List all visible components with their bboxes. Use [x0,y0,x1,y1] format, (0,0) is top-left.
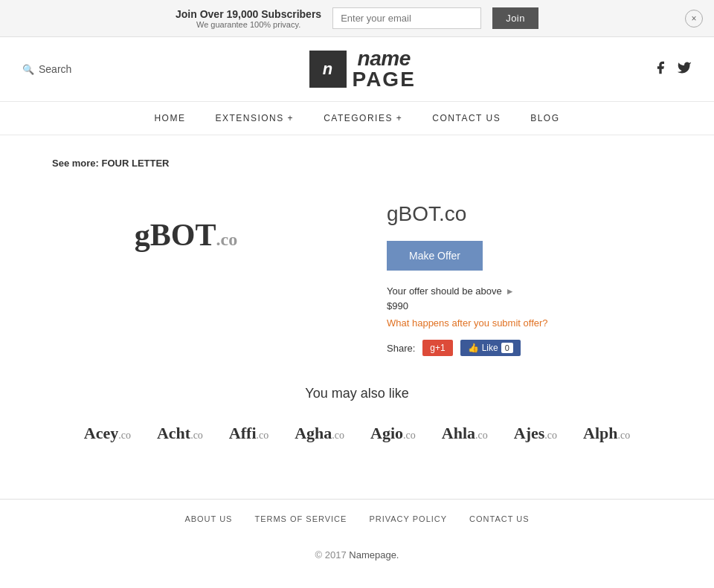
domain-tile[interactable]: Ahla.co [434,420,495,447]
breadcrumb-link[interactable]: FOUR LETTER [102,158,170,169]
offer-info: Your offer should be above ► [387,285,699,297]
domain-title: gBOT.co [387,202,699,226]
nav-extensions[interactable]: EXTENSIONS + [215,113,294,123]
logo-page: PAGE [353,69,416,90]
domain-tld-display: .co [216,230,238,249]
nav-categories[interactable]: CATEGORIES + [324,113,402,123]
nav-blog[interactable]: BLOG [530,113,559,123]
domain-info: gBOT.co Make Offer Your offer should be … [387,187,699,356]
share-area: Share: g+1 👍 Like 0 [387,340,699,356]
also-like-section: You may also like Acey.coAcht.coAffi.coA… [15,386,699,447]
close-banner-button[interactable]: × [685,10,703,28]
fb-thumb-icon: 👍 [468,343,479,353]
make-offer-button[interactable]: Make Offer [387,241,483,271]
breadcrumb: See more: FOUR LETTER [15,158,699,169]
fb-count: 0 [501,343,513,353]
logo-icon: n [309,51,347,88]
domain-tile[interactable]: Agio.co [363,420,423,447]
footer-copyright: © 2017 Namepage. [0,538,714,572]
logo[interactable]: n name PAGE [309,48,416,90]
share-label: Share: [387,343,415,354]
domain-tile[interactable]: Ajes.co [506,420,565,447]
navigation: HOME EXTENSIONS + CATEGORIES + CONTACT U… [0,102,714,135]
banner-text: Join Over 19,000 Subscribers We guarante… [176,8,321,29]
logo-name: name [353,48,416,69]
domain-tiles: Acey.coAcht.coAffi.coAgha.coAgio.coAhla.… [15,420,699,447]
facebook-like-button[interactable]: 👍 Like 0 [460,340,521,356]
header: 🔍 Search n name PAGE [0,37,714,102]
nav-home[interactable]: HOME [154,113,185,123]
google-plus-button[interactable]: g+1 [422,340,452,356]
copyright-year: © 2017 [315,549,347,560]
main-content: See more: FOUR LETTER gBOT.co gBOT.co Ma… [0,135,714,499]
fb-like-label: Like [482,343,498,353]
facebook-icon[interactable] [653,60,668,79]
domain-tile[interactable]: Affi.co [222,420,276,447]
footer-about[interactable]: ABOUT US [184,514,232,523]
offer-amount: $990 [387,300,699,311]
banner-headline: Join Over 19,000 Subscribers [176,8,321,20]
domain-logo-display: gBOT.co [15,187,357,282]
offer-link[interactable]: What happens after you submit offer? [387,317,699,329]
domain-tile[interactable]: Acey.co [77,420,138,447]
arrow-icon: ► [506,286,515,297]
email-input[interactable] [332,7,481,29]
banner-subtext: We guarantee 100% privacy. [176,20,321,29]
search-area[interactable]: 🔍 Search [22,63,71,75]
search-label: Search [39,63,71,75]
footer-contact[interactable]: CONTACT US [469,514,530,523]
footer-tos[interactable]: TERMS OF SERVICE [254,514,347,523]
social-links [653,60,692,79]
top-banner: Join Over 19,000 Subscribers We guarante… [0,0,714,37]
domain-tile[interactable]: Alph.co [576,420,637,447]
also-like-title: You may also like [15,386,699,401]
domain-logo-text: gBOT.co [135,217,237,253]
join-button[interactable]: Join [492,7,538,29]
footer-links: ABOUT US TERMS OF SERVICE PRIVACY POLICY… [0,499,714,538]
footer-brand[interactable]: Namepage. [349,549,399,560]
twitter-icon[interactable] [677,60,692,79]
domain-name-display: gBOT [135,218,216,252]
domain-tile[interactable]: Acht.co [149,420,210,447]
nav-contact[interactable]: CONTACT US [432,113,501,123]
domain-tile[interactable]: Agha.co [287,420,352,447]
search-icon: 🔍 [22,64,34,75]
domain-section: gBOT.co gBOT.co Make Offer Your offer sh… [15,187,699,356]
footer-privacy[interactable]: PRIVACY POLICY [369,514,447,523]
breadcrumb-prefix: See more: [52,158,99,169]
